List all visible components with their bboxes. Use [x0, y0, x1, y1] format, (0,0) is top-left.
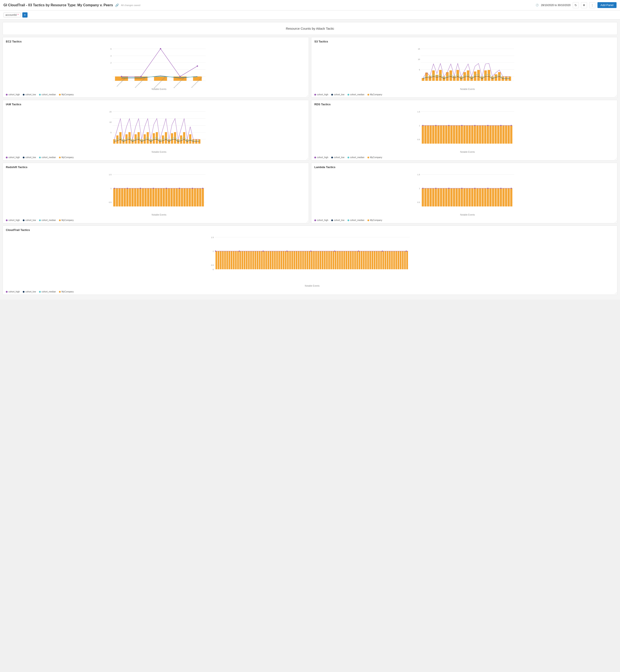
svg-rect-117	[453, 125, 455, 144]
svg-rect-344	[406, 251, 408, 269]
cloudtrail-chart-svg: 1.5 1 0.5 0	[6, 233, 614, 289]
s3-legend-low: cohort_low	[331, 93, 344, 96]
filter-button[interactable]: ▼	[581, 2, 587, 8]
svg-rect-297	[304, 251, 306, 269]
svg-point-141	[435, 125, 436, 126]
redshift-tactics-panel: Redshift Tactics 1.5 1 0.5	[3, 163, 309, 223]
clock-icon: 🕐	[536, 4, 539, 6]
svg-rect-257	[218, 251, 219, 269]
svg-rect-343	[404, 251, 406, 269]
s3-resize-handle[interactable]	[614, 95, 617, 97]
svg-rect-327	[369, 251, 371, 269]
s3-legend-median: cohort_median	[348, 93, 364, 96]
svg-rect-188	[199, 188, 201, 207]
svg-rect-308	[328, 251, 330, 269]
svg-rect-158	[121, 188, 123, 207]
svg-rect-136	[503, 125, 505, 144]
refresh-button[interactable]: ↻	[573, 2, 579, 8]
svg-rect-294	[298, 251, 300, 269]
cohort-median-label: cohort_median	[42, 93, 56, 96]
saved-status: All changes saved	[121, 4, 140, 6]
svg-text:Notable Events: Notable Events	[460, 88, 475, 90]
svg-rect-295	[300, 251, 302, 269]
svg-rect-261	[226, 251, 228, 269]
svg-point-192	[140, 188, 141, 189]
mycompany-label: MyCompany	[62, 93, 74, 96]
svg-rect-265	[235, 251, 237, 269]
svg-text:Notable Events: Notable Events	[305, 285, 319, 287]
svg-point-190	[114, 188, 115, 189]
svg-point-246	[500, 188, 502, 189]
more-button[interactable]: ⋮	[589, 2, 595, 8]
svg-point-140	[422, 125, 423, 126]
iam-chart-svg: 15 10 5	[6, 107, 306, 155]
svg-text:0: 0	[213, 268, 214, 271]
svg-rect-311	[335, 251, 337, 269]
svg-rect-275	[257, 251, 258, 269]
svg-rect-88	[171, 133, 173, 144]
iam-title: IAM Tactics	[6, 103, 306, 106]
svg-text:6: 6	[110, 48, 111, 50]
svg-rect-224	[471, 188, 473, 207]
svg-point-353	[382, 250, 383, 252]
iam-resize-handle[interactable]	[306, 157, 308, 160]
mycompany-dot	[59, 94, 61, 96]
svg-rect-329	[374, 251, 375, 269]
svg-rect-156	[116, 188, 118, 207]
svg-rect-328	[372, 251, 373, 269]
filter-tag-accountid[interactable]: accountId *	[3, 12, 20, 17]
svg-text:2: 2	[110, 62, 111, 64]
svg-rect-302	[315, 251, 317, 269]
svg-rect-277	[261, 251, 263, 269]
svg-rect-315	[344, 251, 345, 269]
add-filter-button[interactable]: +	[22, 12, 28, 17]
svg-point-197	[202, 188, 203, 189]
lambda-legend: cohort_high cohort_low cohort_median MyC…	[314, 219, 614, 221]
svg-rect-85	[162, 135, 164, 144]
svg-rect-162	[132, 188, 134, 207]
svg-text:Notable Events: Notable Events	[152, 214, 166, 216]
svg-rect-110	[435, 125, 437, 144]
redshift-legend: cohort_high cohort_low cohort_median MyC…	[6, 219, 306, 221]
s3-title: S3 Tactics	[314, 40, 614, 43]
svg-rect-266	[237, 251, 239, 269]
svg-rect-279	[265, 251, 267, 269]
svg-rect-165	[139, 188, 142, 207]
ec2-legend-high: cohort_high	[6, 93, 20, 96]
svg-rect-111	[437, 125, 440, 144]
svg-rect-91	[180, 135, 182, 144]
redshift-resize-handle[interactable]	[306, 220, 308, 223]
svg-point-14	[121, 76, 122, 77]
cloudtrail-resize-handle[interactable]	[614, 292, 617, 294]
ec2-resize-handle[interactable]	[306, 95, 308, 97]
rds-resize-handle[interactable]	[614, 157, 617, 160]
add-panel-button[interactable]: Add Panel	[598, 2, 617, 8]
svg-text:0.5: 0.5	[211, 264, 214, 266]
svg-rect-237	[505, 188, 507, 207]
charts-row-3: Redshift Tactics 1.5 1 0.5	[3, 163, 617, 223]
svg-rect-121	[463, 125, 466, 144]
svg-text:1: 1	[110, 187, 111, 189]
svg-rect-274	[255, 251, 256, 269]
svg-rect-225	[474, 188, 476, 207]
svg-rect-114	[445, 125, 448, 144]
svg-rect-262	[228, 251, 230, 269]
svg-rect-268	[242, 251, 243, 269]
svg-rect-259	[222, 251, 224, 269]
svg-rect-232	[492, 188, 494, 207]
svg-rect-213	[443, 188, 445, 207]
lambda-resize-handle[interactable]	[614, 220, 617, 223]
svg-rect-183	[186, 188, 189, 207]
svg-rect-189	[202, 188, 204, 207]
save-icon[interactable]: 🔗	[115, 3, 119, 7]
lambda-title: Lambda Tactics	[314, 166, 614, 169]
rds-chart-svg: 1.5 1 0.5	[314, 107, 614, 155]
svg-point-17	[179, 76, 181, 77]
svg-rect-159	[124, 188, 126, 207]
cohort-high-dot	[6, 94, 8, 96]
svg-rect-176	[168, 188, 170, 207]
svg-rect-70	[116, 135, 118, 144]
svg-rect-109	[432, 125, 434, 144]
svg-rect-211	[437, 188, 440, 207]
svg-point-142	[448, 125, 449, 126]
